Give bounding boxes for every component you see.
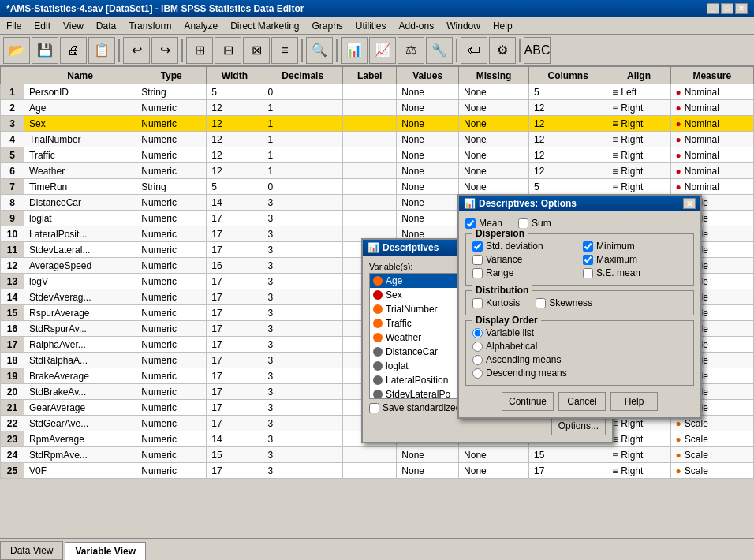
menu-transform[interactable]: Transform [122, 19, 177, 33]
cell-width: 17 [207, 463, 263, 479]
redo-button[interactable]: ↪ [151, 37, 178, 64]
minimum-checkbox[interactable] [583, 241, 593, 252]
menu-data[interactable]: Data [90, 19, 122, 33]
insert-cases-button[interactable]: 📊 [341, 37, 368, 64]
desc-options-button[interactable]: Options... [551, 416, 606, 435]
cell-align: ≡Right [607, 147, 670, 163]
menu-addons[interactable]: Add-ons [393, 19, 441, 33]
options-dialog[interactable]: 📊 Descriptives: Options ✕ Mean Sum [457, 194, 702, 419]
options-help-button[interactable]: Help [610, 392, 658, 411]
variance-checkbox[interactable] [472, 255, 483, 265]
radio-alphabetical-input[interactable] [472, 342, 483, 352]
cell-type: Numeric [136, 321, 207, 337]
cell-measure: ●Nominal [670, 100, 753, 116]
maximum-label: Maximum [596, 254, 637, 265]
menu-view[interactable]: View [57, 19, 90, 33]
se-mean-checkbox[interactable] [583, 268, 593, 278]
col-header-label[interactable]: Label [342, 67, 396, 84]
cell-name: Traffic [24, 147, 136, 163]
cell-measure: ●Nominal [670, 147, 753, 163]
cell-decimals: 3 [263, 305, 342, 321]
cell-type: Numeric [136, 147, 207, 163]
cell-values: None [397, 463, 459, 479]
cell-align: ≡Right [607, 116, 670, 132]
cell-type: Numeric [136, 431, 207, 447]
spell-check-button[interactable]: ABC [524, 37, 551, 64]
save-button[interactable]: 💾 [32, 37, 58, 64]
minimum-label: Minimum [596, 241, 635, 252]
menu-help[interactable]: Help [487, 19, 519, 33]
table-row: 6 Weather Numeric 12 1 None None 12 ≡Rig… [1, 163, 754, 179]
tab-variable-view[interactable]: Variable View [65, 542, 146, 560]
cell-name: BrakeAverage [24, 368, 136, 384]
insert-variable-button[interactable]: 📈 [369, 37, 396, 64]
maximum-checkbox[interactable] [583, 255, 593, 265]
cell-missing: None [459, 100, 529, 116]
skewness-checkbox[interactable] [536, 298, 546, 308]
toolbar-sep-2 [181, 39, 183, 62]
kurtosis-checkbox[interactable] [472, 298, 483, 308]
toolbar-sep-1 [118, 39, 120, 62]
distribution-checks: Kurtosis Skewness [472, 297, 687, 308]
mean-checkbox[interactable] [465, 218, 476, 229]
display-variables-button[interactable]: ≡ [271, 37, 298, 64]
maximize-button[interactable]: □ [721, 3, 733, 14]
col-header-columns[interactable]: Columns [529, 67, 607, 84]
col-header-measure[interactable]: Measure [670, 67, 753, 84]
open-button[interactable]: 📂 [3, 37, 30, 64]
row-number: 19 [1, 368, 24, 384]
col-header-missing[interactable]: Missing [459, 67, 529, 84]
cell-label [342, 84, 396, 100]
options-close-button[interactable]: ✕ [683, 198, 696, 209]
radio-variable-list-input[interactable] [472, 328, 483, 338]
row-number: 15 [1, 305, 24, 321]
menu-analyze[interactable]: Analyze [177, 19, 224, 33]
tab-data-view[interactable]: Data View [0, 541, 63, 560]
close-button[interactable]: ✕ [735, 3, 748, 14]
menu-graphs[interactable]: Graphs [305, 19, 349, 33]
cell-name: TimeRun [24, 179, 136, 195]
split-file-button[interactable]: ⚖ [398, 37, 424, 64]
std-dev-checkbox[interactable] [472, 241, 483, 252]
menu-file[interactable]: File [0, 19, 28, 33]
cell-width: 15 [207, 447, 263, 463]
print-button[interactable]: 🖨 [60, 37, 87, 64]
sum-checkbox[interactable] [518, 218, 528, 229]
radio-descending-input[interactable] [472, 368, 483, 379]
table-row: 5 Traffic Numeric 12 1 None None 12 ≡Rig… [1, 147, 754, 163]
radio-descending: Descending means [472, 368, 687, 379]
goto-data-button[interactable]: ⊞ [186, 37, 213, 64]
dialog-recall-button[interactable]: 📋 [88, 37, 115, 64]
menu-utilities[interactable]: Utilities [349, 19, 393, 33]
col-header-decimals[interactable]: Decimals [263, 67, 342, 84]
col-header-type[interactable]: Type [136, 67, 207, 84]
menu-edit[interactable]: Edit [28, 19, 57, 33]
radio-ascending-input[interactable] [472, 355, 483, 365]
undo-button[interactable]: ↩ [123, 37, 150, 64]
col-header-width[interactable]: Width [207, 67, 263, 84]
cell-missing: None [459, 447, 529, 463]
distribution-label: Distribution [472, 285, 532, 296]
kurtosis-item: Kurtosis [472, 297, 520, 308]
goto-case-button[interactable]: ⊠ [243, 37, 270, 64]
cell-label [342, 163, 396, 179]
range-checkbox[interactable] [472, 268, 483, 278]
cell-columns: 17 [529, 463, 607, 479]
goto-variable-button[interactable]: ⊟ [215, 37, 241, 64]
options-cancel-button[interactable]: Cancel [558, 392, 606, 411]
find-button[interactable]: 🔍 [306, 37, 333, 64]
cell-measure: ●Scale [670, 447, 753, 463]
col-header-rownum [1, 67, 24, 84]
use-sets-button[interactable]: ⚙ [489, 37, 516, 64]
continue-button[interactable]: Continue [502, 392, 554, 411]
save-standardized-checkbox[interactable] [369, 403, 379, 413]
menu-window[interactable]: Window [440, 19, 487, 33]
col-header-name[interactable]: Name [24, 67, 136, 84]
col-header-values[interactable]: Values [397, 67, 459, 84]
cell-name: LateralPosit... [24, 226, 136, 242]
select-cases-button[interactable]: 🔧 [426, 37, 453, 64]
minimize-button[interactable]: _ [707, 3, 719, 14]
col-header-align[interactable]: Align [607, 67, 670, 84]
menu-direct-marketing[interactable]: Direct Marketing [224, 19, 305, 33]
value-labels-button[interactable]: 🏷 [461, 37, 487, 64]
